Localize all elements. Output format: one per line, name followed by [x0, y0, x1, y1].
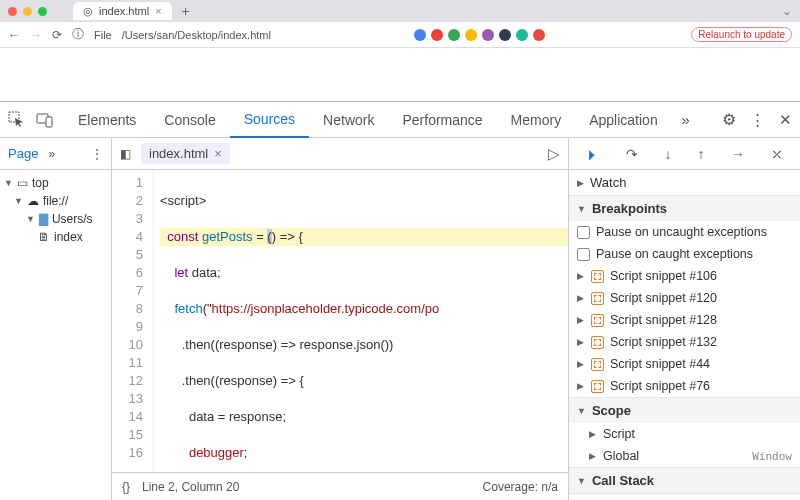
- browser-tab[interactable]: ◎ index.html ×: [73, 2, 172, 20]
- checkbox-icon[interactable]: [577, 226, 590, 239]
- tree-folder[interactable]: ▼▇Users/s: [4, 210, 107, 228]
- resume-button[interactable]: ⏵: [586, 146, 600, 162]
- deactivate-breakpoints-icon[interactable]: ⤫: [771, 146, 783, 162]
- console-toggle-icon[interactable]: {}: [122, 480, 130, 494]
- window-controls: [8, 7, 47, 16]
- settings-icon[interactable]: ⚙: [722, 110, 736, 129]
- debugger-pane: ⏵ ↷ ↓ ↑ → ⤫ ▶Watch ▼Breakpoints Pause on…: [568, 138, 800, 500]
- code-editor[interactable]: 1 2 3 4 5 6 7 8 9 10 11 12 13 14 15 16 <…: [112, 170, 568, 472]
- breakpoint-item[interactable]: ▶Script snippet #76: [569, 375, 800, 397]
- navigator-page-tab[interactable]: Page: [8, 146, 38, 161]
- relaunch-button[interactable]: Relaunch to update: [691, 27, 792, 42]
- tree-folder-label: Users/s: [52, 212, 93, 226]
- extension-icon[interactable]: [516, 29, 528, 41]
- scope-section: ▼Scope ▶Script ▶GlobalWindow: [569, 398, 800, 468]
- browser-tab-strip: ◎ index.html × + ⌄: [0, 0, 800, 22]
- code-text: "https://jsonplaceholder.typicode.com/po: [207, 301, 439, 316]
- svg-rect-2: [46, 117, 52, 127]
- pause-uncaught-row[interactable]: Pause on uncaught exceptions: [569, 221, 800, 243]
- extension-icon[interactable]: [499, 29, 511, 41]
- callstack-section[interactable]: ▼Call Stack: [569, 468, 800, 494]
- breakpoint-item[interactable]: ▶Script snippet #44: [569, 353, 800, 375]
- tree-origin[interactable]: ▼☁file://: [4, 192, 107, 210]
- breakpoint-item[interactable]: ▶Script snippet #132: [569, 331, 800, 353]
- more-tabs-icon[interactable]: »: [672, 111, 700, 128]
- devtools-tab-bar: Elements Console Sources Network Perform…: [0, 102, 800, 138]
- inspect-element-icon[interactable]: [8, 111, 36, 129]
- editor-file-tab[interactable]: index.html ×: [141, 143, 230, 164]
- breakpoints-label: Breakpoints: [592, 201, 667, 216]
- editor-tab-close-icon[interactable]: ×: [214, 146, 222, 161]
- code-text: .then((response) => {: [182, 373, 304, 388]
- tree-origin-label: file://: [43, 194, 68, 208]
- snippet-icon: [591, 380, 604, 393]
- tree-top[interactable]: ▼▭top: [4, 174, 107, 192]
- line-gutter: 1 2 3 4 5 6 7 8 9 10 11 12 13 14 15 16: [112, 170, 154, 472]
- tab-memory[interactable]: Memory: [497, 102, 576, 138]
- breakpoint-item[interactable]: ▶Script snippet #120: [569, 287, 800, 309]
- scope-global[interactable]: ▶GlobalWindow: [569, 445, 800, 467]
- pause-caught-row[interactable]: Pause on caught exceptions: [569, 243, 800, 265]
- code-area[interactable]: <script> const getPosts = () => { let da…: [154, 170, 568, 472]
- code-text: const: [167, 229, 198, 244]
- reload-icon[interactable]: ⟳: [52, 28, 62, 42]
- tab-sources[interactable]: Sources: [230, 102, 309, 138]
- breakpoints-header[interactable]: ▼Breakpoints: [569, 196, 800, 221]
- scope-global-value: Window: [752, 450, 792, 463]
- new-tab-button[interactable]: +: [182, 3, 190, 19]
- scope-script[interactable]: ▶Script: [569, 423, 800, 445]
- checkbox-icon[interactable]: [577, 248, 590, 261]
- extension-icon[interactable]: [448, 29, 460, 41]
- snippet-label: Script snippet #106: [610, 269, 717, 283]
- tab-overflow-icon[interactable]: ⌄: [782, 4, 792, 18]
- device-toolbar-icon[interactable]: [36, 111, 64, 129]
- extension-icon[interactable]: [533, 29, 545, 41]
- editor-status-bar: {} Line 2, Column 20 Coverage: n/a: [112, 472, 568, 500]
- tab-application[interactable]: Application: [575, 102, 672, 138]
- scope-global-label: Global: [603, 449, 639, 463]
- tab-close-icon[interactable]: ×: [155, 5, 161, 17]
- url-path[interactable]: /Users/san/Desktop/index.html: [122, 29, 271, 41]
- tab-elements[interactable]: Elements: [64, 102, 150, 138]
- tab-console[interactable]: Console: [150, 102, 229, 138]
- breakpoint-item[interactable]: ▶Script snippet #128: [569, 309, 800, 331]
- snippet-label: Script snippet #128: [610, 313, 717, 327]
- step-out-icon[interactable]: ↑: [698, 146, 705, 162]
- nav-back-icon[interactable]: ←: [8, 28, 20, 42]
- step-icon[interactable]: →: [731, 146, 745, 162]
- page-content-area: [0, 48, 800, 102]
- extension-icon[interactable]: [482, 29, 494, 41]
- extension-icon[interactable]: [465, 29, 477, 41]
- tab-title: index.html: [99, 5, 149, 17]
- maximize-window-icon[interactable]: [38, 7, 47, 16]
- watch-section[interactable]: ▶Watch: [569, 170, 800, 196]
- extension-icon[interactable]: [431, 29, 443, 41]
- kebab-menu-icon[interactable]: ⋮: [750, 111, 765, 129]
- tab-network[interactable]: Network: [309, 102, 388, 138]
- code-text: fetch: [174, 301, 202, 316]
- site-info-icon[interactable]: ⓘ: [72, 26, 84, 43]
- code-text: data;: [188, 265, 221, 280]
- step-over-icon[interactable]: ↷: [626, 146, 638, 162]
- coverage-label: Coverage: n/a: [483, 480, 558, 494]
- nav-forward-icon: →: [30, 28, 42, 42]
- watch-label: Watch: [590, 175, 626, 190]
- navigator-menu-icon[interactable]: ⋮: [91, 147, 103, 161]
- extension-icon[interactable]: [414, 29, 426, 41]
- tab-performance[interactable]: Performance: [388, 102, 496, 138]
- toggle-debugger-icon[interactable]: ▷: [548, 145, 560, 163]
- tree-file[interactable]: 🗎index: [4, 228, 107, 246]
- cursor-position: Line 2, Column 20: [142, 480, 239, 494]
- step-into-icon[interactable]: ↓: [664, 146, 671, 162]
- close-window-icon[interactable]: [8, 7, 17, 16]
- sources-panes: Page » ⋮ ▼▭top ▼☁file:// ▼▇Users/s 🗎inde…: [0, 138, 800, 500]
- snippet-label: Script snippet #132: [610, 335, 717, 349]
- minimize-window-icon[interactable]: [23, 7, 32, 16]
- scope-header[interactable]: ▼Scope: [569, 398, 800, 423]
- breakpoint-item[interactable]: ▶Script snippet #106: [569, 265, 800, 287]
- folder-icon: ▇: [39, 212, 48, 226]
- devtools-close-icon[interactable]: ✕: [779, 111, 792, 129]
- navigator-more-icon[interactable]: »: [48, 147, 55, 161]
- code-text: .then((response) => response.json()): [182, 337, 394, 352]
- toggle-navigator-icon[interactable]: ◧: [120, 147, 131, 161]
